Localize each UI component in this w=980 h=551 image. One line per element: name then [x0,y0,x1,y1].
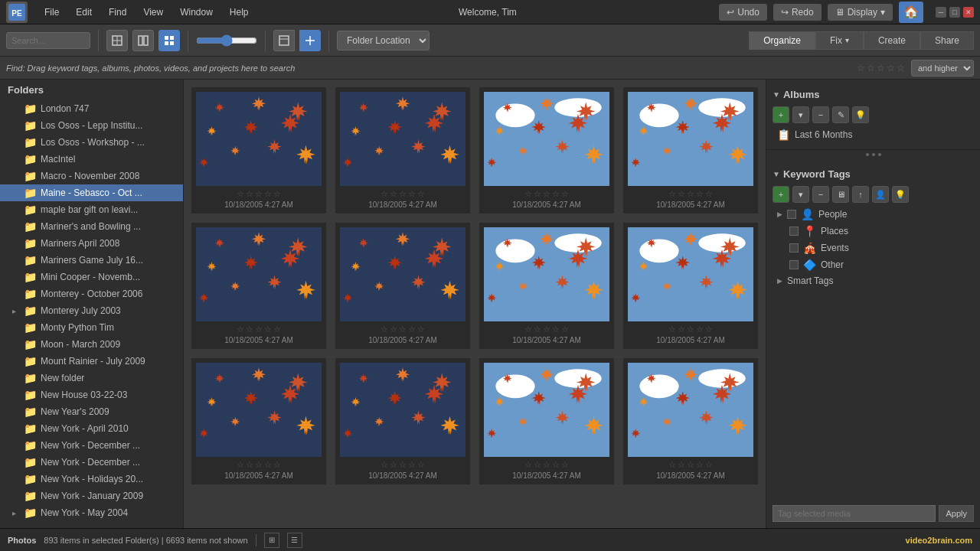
sidebar-item-20[interactable]: 📁New York - December ... [0,437,183,454]
tag-places-checkbox[interactable] [789,227,799,236]
photo-item[interactable]: ☆☆☆☆☆10/18/2005 4:27 AM [479,87,614,214]
sidebar-item-11[interactable]: 📁Monterey - October 2006 [0,285,183,302]
maximize-button[interactable]: □ [949,7,960,18]
folder-location-select[interactable]: Folder Location Date View Media Type [337,31,430,51]
photo-stars[interactable]: ☆☆☆☆☆ [381,324,425,334]
star-1[interactable]: ☆ [246,460,253,470]
star-0[interactable]: ☆ [524,460,532,470]
apply-button[interactable]: Apply [939,505,974,522]
star-4[interactable]: ☆ [705,189,713,199]
album-last-6-months[interactable]: 📋 Last 6 Months [773,126,974,143]
star-4[interactable]: ☆ [561,324,569,334]
star-4[interactable]: ☆ [417,189,425,199]
photo-item[interactable]: ☆☆☆☆☆10/18/2005 4:27 AM [623,87,758,214]
sidebar-item-21[interactable]: 📁New York - December ... [0,454,183,471]
star-2[interactable]: ☆ [543,324,550,334]
minimize-button[interactable]: ─ [936,7,946,18]
star-0[interactable]: ☆ [381,460,388,470]
star-4[interactable]: ☆ [273,460,281,470]
sidebar-item-15[interactable]: 📁Mount Rainier - July 2009 [0,353,183,370]
star-4[interactable]: ☆ [417,460,425,470]
photo-stars[interactable]: ☆☆☆☆☆ [237,189,281,199]
photo-stars[interactable]: ☆☆☆☆☆ [668,460,713,470]
star-2[interactable]: ☆ [255,460,263,470]
tags-header[interactable]: ▼ Keyword Tags [773,165,974,183]
grid-single-btn[interactable] [106,30,128,51]
display-button[interactable]: 🖥 Display ▾ [828,4,893,21]
albums-remove-btn[interactable]: − [812,106,829,123]
star-1[interactable]: ☆ [246,324,253,334]
photo-stars[interactable]: ☆☆☆☆☆ [524,189,569,199]
star-3[interactable]: ☆ [408,324,416,334]
star-3[interactable]: ☆ [696,324,704,334]
photo-stars[interactable]: ☆☆☆☆☆ [381,189,425,199]
sidebar-item-2[interactable]: 📁Los Osos - Workshop - ... [0,134,183,151]
star-3[interactable]: ☆ [552,324,560,334]
sidebar-item-3[interactable]: 📁MacIntel [0,151,183,168]
menu-help[interactable]: Help [222,4,256,21]
star-5[interactable]: ☆ [897,63,905,73]
tags-display-btn[interactable]: 🖥 [832,186,849,203]
star-0[interactable]: ☆ [381,324,388,334]
tag-other-checkbox[interactable] [789,260,799,269]
sidebar-item-1[interactable]: 📁Los Osos - Lepp Institu... [0,117,183,134]
star-3[interactable]: ☆ [696,189,704,199]
tags-add-arrow-btn[interactable]: ▾ [792,186,809,203]
sidebar-item-19[interactable]: 📁New York - April 2010 [0,420,183,437]
photo-item[interactable]: ☆☆☆☆☆10/18/2005 4:27 AM [479,223,614,349]
star-4[interactable]: ☆ [561,460,569,470]
photo-item[interactable]: ☆☆☆☆☆10/18/2005 4:27 AM [191,358,326,484]
tag-events[interactable]: 🎪 Events [773,240,974,256]
zoom-slider[interactable] [196,34,257,47]
sidebar-item-14[interactable]: 📁Moon - March 2009 [0,336,183,353]
grid-view-btn[interactable] [158,30,180,51]
photo-item[interactable]: ☆☆☆☆☆10/18/2005 4:27 AM [335,358,470,484]
photo-stars[interactable]: ☆☆☆☆☆ [237,324,281,334]
star-1[interactable]: ☆ [246,189,253,199]
star-4[interactable]: ☆ [705,324,713,334]
sidebar-item-8[interactable]: 📁Mariners April 2008 [0,235,183,252]
star-1[interactable]: ☆ [678,189,685,199]
star-1[interactable]: ☆ [534,324,541,334]
star-4[interactable]: ☆ [273,189,281,199]
star-4[interactable]: ☆ [561,189,569,199]
albums-header[interactable]: ▼ Albums [773,86,974,103]
sidebar-scroll[interactable]: 📁London 747📁Los Osos - Lepp Institu...📁L… [0,100,183,521]
star-4[interactable]: ☆ [705,460,713,470]
star-2[interactable]: ☆ [255,189,263,199]
sidebar-item-24[interactable]: ▸📁New York - May 2004 [0,504,183,521]
sidebar-item-12[interactable]: ▸📁Monterey July 2003 [0,302,183,319]
menu-window[interactable]: Window [172,4,220,21]
star-3[interactable]: ☆ [696,460,704,470]
star-4[interactable]: ☆ [417,324,425,334]
sidebar-item-0[interactable]: 📁London 747 [0,100,183,117]
photo-item[interactable]: ☆☆☆☆☆10/18/2005 4:27 AM [191,87,326,214]
sidebar-item-10[interactable]: 📁Mini Cooper - Novemb... [0,269,183,285]
star-0[interactable]: ☆ [381,189,388,199]
star-0[interactable]: ☆ [668,189,676,199]
star-0[interactable]: ☆ [237,324,244,334]
photo-item[interactable]: ☆☆☆☆☆10/18/2005 4:27 AM [623,358,758,484]
photo-item[interactable]: ☆☆☆☆☆10/18/2005 4:27 AM [335,223,470,349]
sidebar-item-6[interactable]: 📁maple bar gift on leavi... [0,201,183,218]
photo-stars[interactable]: ☆☆☆☆☆ [381,460,425,470]
photo-stars[interactable]: ☆☆☆☆☆ [524,460,569,470]
tags-info-btn[interactable]: 💡 [892,186,909,203]
star-0[interactable]: ☆ [524,324,532,334]
albums-add-arrow-btn[interactable]: ▾ [792,106,809,123]
tag-events-checkbox[interactable] [789,243,799,253]
menu-file[interactable]: File [37,4,67,21]
tab-share[interactable]: Share [920,31,974,50]
sidebar-item-22[interactable]: 📁New York - Holidays 20... [0,471,183,487]
search-input[interactable] [6,32,90,49]
sidebar-item-9[interactable]: 📁Mariners Game July 16... [0,252,183,269]
star-2[interactable]: ☆ [687,324,694,334]
star-1[interactable]: ☆ [678,324,685,334]
star-4[interactable]: ☆ [887,63,895,73]
panel-resize-handle[interactable] [766,150,980,159]
home-button[interactable]: 🏠 [899,2,923,23]
sidebar-item-4[interactable]: 📁Macro - November 2008 [0,168,183,184]
photo-stars[interactable]: ☆☆☆☆☆ [668,189,713,199]
tag-input[interactable] [773,505,936,522]
star-0[interactable]: ☆ [524,189,532,199]
